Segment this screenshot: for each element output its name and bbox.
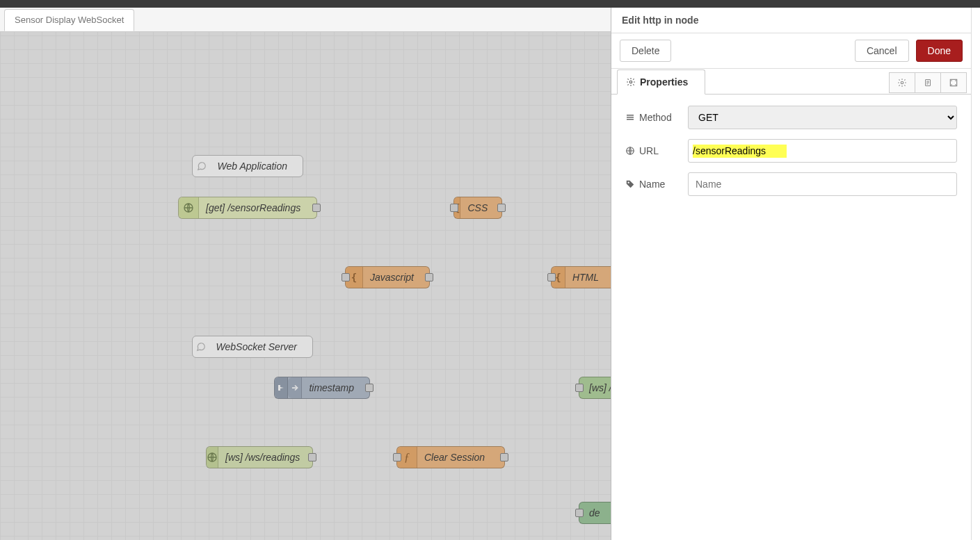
method-label: Method [625, 112, 688, 123]
tab-properties-label: Properties [640, 76, 688, 88]
svg-rect-8 [627, 119, 634, 120]
url-label: URL [625, 145, 688, 156]
tab-properties[interactable]: Properties [617, 69, 705, 95]
cancel-button[interactable]: Cancel [855, 40, 909, 62]
svg-point-2 [629, 81, 632, 83]
gear-icon [897, 78, 907, 88]
expand-icon [949, 78, 958, 88]
gear-icon [626, 77, 636, 87]
flow-tab-label: Sensor Display WebSocket [15, 15, 124, 25]
done-button[interactable]: Done [916, 40, 963, 62]
workspace: Web Application [get] /sensorReadings { … [0, 8, 980, 540]
svg-point-10 [628, 182, 629, 183]
name-input[interactable] [688, 172, 957, 196]
method-select[interactable]: GET [688, 106, 957, 129]
document-icon [924, 78, 932, 88]
svg-rect-7 [627, 117, 634, 118]
flow-canvas[interactable]: Web Application [get] /sensorReadings { … [0, 8, 611, 540]
app-topbar [0, 0, 980, 8]
globe-icon [625, 146, 635, 156]
edit-panel: Edit http in node Delete Cancel Done Pro… [611, 8, 971, 540]
url-input[interactable] [688, 139, 957, 163]
tab-node-settings[interactable] [889, 72, 915, 93]
svg-point-3 [901, 81, 903, 84]
bars-icon [625, 113, 635, 122]
tab-node-description[interactable] [915, 72, 941, 93]
tab-node-appearance[interactable] [940, 72, 967, 93]
tab-strip: Sensor Display WebSocket [0, 8, 611, 32]
svg-rect-6 [627, 115, 634, 116]
flow-tab[interactable]: Sensor Display WebSocket [4, 9, 134, 31]
panel-title: Edit http in node [611, 8, 971, 33]
tag-icon [625, 179, 635, 189]
panel-actions: Delete Cancel Done [611, 33, 971, 69]
canvas-dim-overlay [0, 8, 611, 540]
name-label: Name [625, 179, 688, 190]
delete-button[interactable]: Delete [620, 40, 671, 62]
right-sidebar-sliver [971, 8, 980, 540]
properties-form: Method GET URL [611, 95, 971, 217]
panel-tabs: Properties [611, 69, 971, 95]
